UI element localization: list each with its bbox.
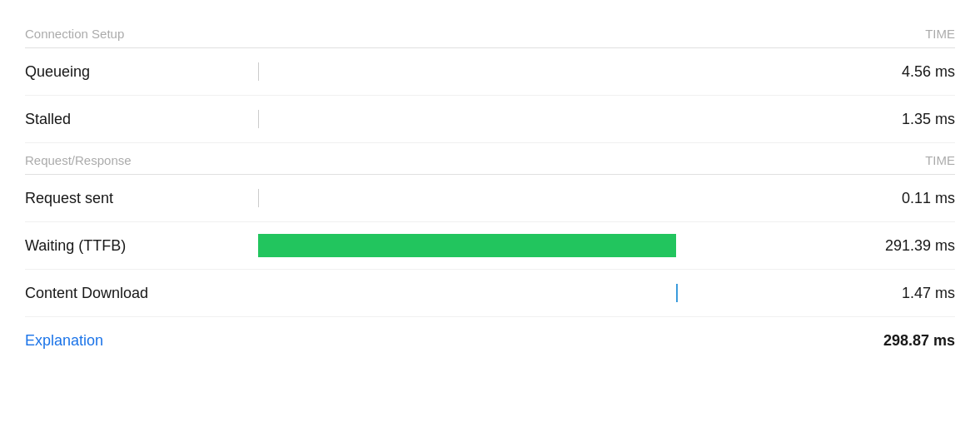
- queueing-time: 4.56 ms: [855, 63, 955, 81]
- queueing-row: Queueing 4.56 ms: [25, 48, 955, 96]
- content-download-row: Content Download 1.47 ms: [25, 270, 955, 317]
- request-response-header: Request/Response TIME: [25, 143, 955, 175]
- request-sent-bar-area: [258, 186, 838, 210]
- waiting-ttfb-row: Waiting (TTFB) 291.39 ms: [25, 222, 955, 270]
- queueing-tick: [258, 62, 259, 81]
- connection-setup-label: Connection Setup: [25, 27, 124, 41]
- stalled-row: Stalled 1.35 ms: [25, 96, 955, 143]
- connection-setup-header: Connection Setup TIME: [25, 17, 955, 48]
- waiting-ttfb-time: 291.39 ms: [855, 237, 955, 255]
- queueing-bar-area: [258, 60, 838, 83]
- request-response-label: Request/Response: [25, 153, 132, 167]
- stalled-bar-area: [258, 107, 838, 131]
- total-time: 298.87 ms: [883, 332, 955, 350]
- content-download-time: 1.47 ms: [855, 285, 955, 302]
- connection-setup-time-label: TIME: [925, 27, 955, 41]
- waiting-ttfb-bar: [258, 234, 676, 257]
- request-sent-tick: [258, 189, 259, 207]
- waiting-ttfb-label: Waiting (TTFB): [25, 237, 241, 255]
- request-response-time-label: TIME: [925, 153, 955, 167]
- content-download-bar-area: [258, 281, 838, 305]
- stalled-label: Stalled: [25, 111, 241, 128]
- content-download-tick: [676, 284, 678, 302]
- timing-panel: Connection Setup TIME Queueing 4.56 ms S…: [0, 0, 980, 442]
- footer-row: Explanation 298.87 ms: [25, 317, 955, 358]
- queueing-label: Queueing: [25, 63, 241, 81]
- explanation-link[interactable]: Explanation: [25, 332, 103, 350]
- request-sent-time: 0.11 ms: [855, 190, 955, 207]
- content-download-label: Content Download: [25, 285, 241, 302]
- stalled-time: 1.35 ms: [855, 111, 955, 128]
- waiting-ttfb-bar-area: [258, 234, 838, 257]
- stalled-tick: [258, 110, 259, 128]
- request-sent-label: Request sent: [25, 190, 241, 207]
- request-sent-row: Request sent 0.11 ms: [25, 175, 955, 222]
